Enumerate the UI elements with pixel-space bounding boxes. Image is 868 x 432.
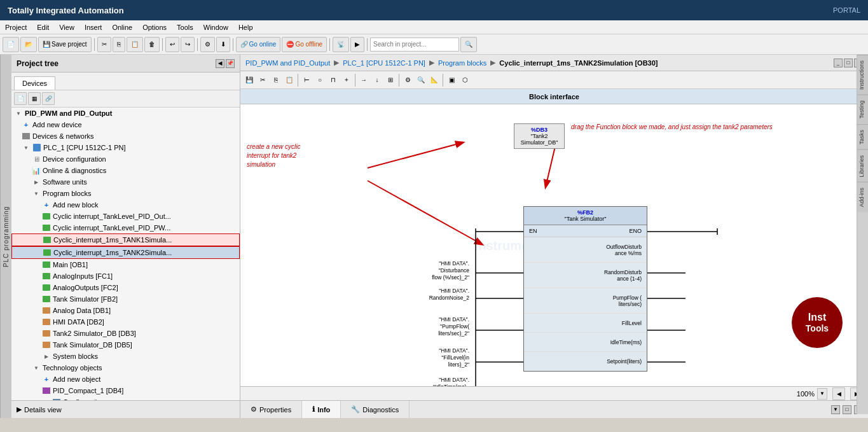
block-btn-8[interactable]: + — [340, 74, 353, 87]
block-btn-15[interactable]: ▣ — [445, 74, 458, 87]
tree-item-add-obj[interactable]: + Add new object — [11, 373, 240, 385]
breadcrumb-item-2[interactable]: PLC_1 [CPU 1512C-1 PN] — [343, 59, 425, 67]
breadcrumb-item-1[interactable]: PID_PWM and PID_Output — [245, 59, 330, 67]
scroll-left-btn[interactable]: ◀ — [832, 387, 845, 400]
block-btn-4[interactable]: 📋 — [283, 74, 296, 87]
tree-item-dev-config[interactable]: 🖥 Device configuration — [11, 153, 240, 165]
search-input[interactable] — [370, 38, 459, 52]
analog-in-icon — [42, 272, 51, 281]
tree-item-analog-out[interactable]: AnalogOutputs [FC2] — [11, 282, 240, 293]
tree-item-cyclic-tank-out[interactable]: Cyclic interrupt_TankLevel_PID_Out... — [11, 211, 240, 222]
tree-item-hmi-db[interactable]: HMI DATA [DB2] — [11, 316, 240, 328]
side-tab-tasks[interactable]: Tasks — [857, 124, 868, 150]
tree-item-cyclic-1ms-tank2[interactable]: Cyclic_interrupt_1ms_TANK2Simula... — [11, 246, 240, 259]
tree-pin-btn[interactable]: 📌 — [226, 59, 235, 68]
block-btn-16[interactable]: ⬡ — [458, 74, 471, 87]
tab-properties[interactable]: ⚙ Properties — [240, 401, 302, 418]
tree-item-cyclic-1ms-tank1[interactable]: Cyclic_interrupt_1ms_TANK1Simula... — [11, 233, 240, 246]
canvas-area[interactable]: InstrumentationTools.com — [240, 104, 868, 386]
block-btn-13[interactable]: 🔍 — [415, 74, 427, 87]
tree-item-tank-sim-fb[interactable]: Tank Simulator [FB2] — [11, 293, 240, 305]
tree-item-add-device[interactable]: + Add new device — [11, 119, 240, 130]
download-button[interactable]: ⬇ — [216, 37, 230, 52]
save-button[interactable]: 💾 Save project — [38, 37, 92, 52]
tree-collapse-btn[interactable]: ◀ — [216, 59, 224, 68]
tree-item-prog-blocks[interactable]: Program blocks — [11, 188, 240, 199]
details-view[interactable]: ▶ Details view — [11, 400, 240, 418]
block-btn-2[interactable]: ✂ — [256, 74, 269, 87]
menu-options[interactable]: Options — [142, 24, 167, 31]
tree-item-cyclic-tank-pw[interactable]: Cyclic interrupt_TankLevel_PID_PW... — [11, 222, 240, 233]
block-btn-11[interactable]: ⊞ — [384, 74, 397, 87]
tree-btn-grid[interactable]: ▦ — [28, 92, 41, 105]
tab-devices[interactable]: Devices — [14, 76, 55, 90]
cut-button[interactable]: ✂ — [97, 37, 111, 52]
zoom-dropdown-btn[interactable]: ▼ — [817, 388, 827, 400]
zoom-control[interactable]: 100% ▼ — [797, 388, 827, 400]
redo-button[interactable]: ↪ — [181, 37, 195, 52]
block-btn-6[interactable]: ○ — [313, 74, 326, 87]
panel-minimize-btn[interactable]: _ — [834, 59, 843, 67]
block-btn-3[interactable]: ⎘ — [270, 74, 282, 87]
block-btn-5[interactable]: ⊢ — [300, 74, 313, 87]
breadcrumb-sep-1: ▶ — [334, 59, 339, 67]
open-button[interactable]: 📂 — [20, 37, 37, 52]
undo-button[interactable]: ↩ — [165, 37, 179, 52]
block-btn-9[interactable]: → — [357, 74, 370, 87]
breadcrumb-item-3[interactable]: Program blocks — [438, 59, 486, 67]
delete-button[interactable]: 🗑 — [144, 37, 160, 52]
tree-item-online-diag[interactable]: 📊 Online & diagnostics — [11, 165, 240, 176]
panel-maximize-btn[interactable]: □ — [844, 59, 853, 67]
tree-btn-links[interactable]: 🔗 — [42, 92, 55, 105]
menu-edit[interactable]: Edit — [37, 24, 49, 31]
search-button[interactable]: 🔍 — [460, 37, 477, 52]
block-btn-1[interactable]: 💾 — [243, 74, 256, 87]
fb2-port-4: FillLevel — [524, 314, 647, 333]
tree-item-sys-blocks[interactable]: System blocks — [11, 351, 240, 362]
tree-item-pid-compact[interactable]: PID_Compact_1 [DB4] — [11, 385, 240, 396]
tab-info[interactable]: ℹ Info — [302, 401, 341, 418]
tree-item-main[interactable]: Main [OB1] — [11, 259, 240, 270]
menu-online[interactable]: Online — [112, 24, 132, 31]
bottom-maximize-btn[interactable]: □ — [843, 405, 851, 414]
tree-item-analog-in[interactable]: AnalogInputs [FC1] — [11, 270, 240, 282]
paste-button[interactable]: 📋 — [127, 37, 143, 52]
menu-view[interactable]: View — [59, 24, 74, 31]
tree-btn-new[interactable]: 📄 — [14, 92, 27, 105]
simulate-button[interactable]: ▶ — [350, 37, 364, 52]
tree-item-sw-units[interactable]: Software units — [11, 176, 240, 188]
block-btn-7[interactable]: ⊓ — [327, 74, 340, 87]
tree-item-tech-objects[interactable]: Technology objects — [11, 362, 240, 373]
tree-item-plc1[interactable]: PLC_1 [CPU 1512C-1 PN] — [11, 142, 240, 153]
side-tab-testing[interactable]: Testing — [857, 95, 868, 124]
bottom-collapse-btn[interactable]: ▼ — [831, 405, 840, 414]
menu-help[interactable]: Help — [238, 24, 253, 31]
annotation-create: create a new cyclicinterrupt for tank2si… — [247, 143, 300, 169]
tree-item-add-block[interactable]: + Add new block — [11, 199, 240, 211]
tree-item-tank2-sim-db[interactable]: Tank2 Simulator_DB [DB3] — [11, 328, 240, 339]
block-btn-14[interactable]: 📐 — [428, 74, 441, 87]
go-online-button[interactable]: 🔗 Go online — [236, 37, 281, 52]
side-tab-libraries[interactable]: Libraries — [857, 150, 868, 183]
tree-item-dev-networks[interactable]: Devices & networks — [11, 130, 240, 142]
menu-tools[interactable]: Tools — [177, 24, 193, 31]
tree-item-root[interactable]: PID_PWM and PID_Output — [11, 108, 240, 119]
side-tab-add-ins[interactable]: Add-ins — [857, 182, 868, 213]
param-label-2: "HMI DATA".RandomNoise_2 — [418, 288, 469, 302]
accessible-devices-button[interactable]: 📡 — [333, 37, 349, 52]
block-btn-10[interactable]: ↓ — [371, 74, 383, 87]
menu-insert[interactable]: Insert — [85, 24, 102, 31]
go-offline-button[interactable]: ⛔ Go offline — [282, 37, 327, 52]
menu-project[interactable]: Project — [5, 24, 27, 31]
fb2-port-6: Setpoint(liters) — [524, 352, 647, 371]
menu-window[interactable]: Window — [203, 24, 228, 31]
tree-item-tank-sim-db[interactable]: Tank Simulator_DB [DB5] — [11, 339, 240, 351]
block-btn-12[interactable]: ⚙ — [401, 74, 414, 87]
compile-button[interactable]: ⚙ — [200, 37, 215, 52]
new-button[interactable]: 📄 — [3, 37, 19, 52]
tab-diagnostics[interactable]: 🔧 Diagnostics — [341, 401, 410, 418]
fb2-en-eno: EN ENO — [524, 225, 647, 237]
copy-button[interactable]: ⎘ — [113, 37, 125, 52]
tree-item-analog-db[interactable]: Analog Data [DB1] — [11, 305, 240, 316]
side-tab-instructions[interactable]: Instructions — [857, 55, 868, 95]
